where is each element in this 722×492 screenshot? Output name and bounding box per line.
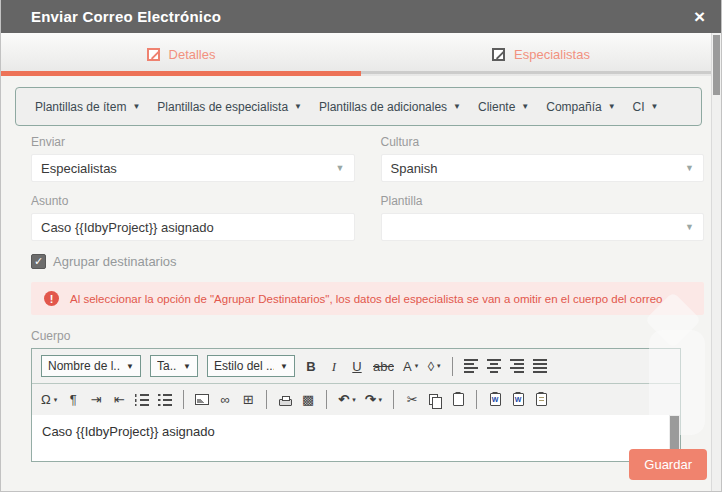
insert-paragraph-glyph: ¶ (70, 393, 77, 406)
undo-icon[interactable]: ↶▾ (338, 393, 355, 406)
plantilla-select[interactable]: ▼ (381, 213, 705, 241)
indent-glyph: ⇥ (91, 393, 102, 406)
special-character-icon[interactable]: Ω▾ (41, 393, 57, 406)
template-button-label: Compañía (546, 100, 601, 114)
chevron-down-icon: ▼ (280, 362, 288, 371)
template-button-plantillas-de-especialista[interactable]: Plantillas de especialista▼ (157, 100, 302, 114)
font-style-label: Estilo del ... (214, 359, 274, 373)
outdent-glyph: ⇤ (114, 393, 125, 406)
toolbar-separator (393, 390, 394, 409)
cut-icon[interactable]: ✂ (405, 393, 419, 406)
template-button-plantillas-de-adicionales[interactable]: Plantillas de adicionales▼ (319, 100, 461, 114)
bold-icon[interactable]: B (304, 360, 318, 373)
rich-text-editor: Nombre de l...▼Ta...▼Estilo del ...▼BIUa… (31, 348, 681, 462)
warning-banner: ! Al seleccionar la opción de "Agrupar D… (31, 282, 704, 315)
insert-table-icon[interactable]: ⊞ (241, 393, 255, 406)
chevron-down-icon: ▼ (183, 362, 191, 371)
paste-from-word-icon[interactable]: W (488, 393, 502, 406)
insert-image-icon[interactable] (195, 394, 209, 405)
paste-from-word-no-format-icon[interactable]: W (511, 393, 525, 406)
redo-icon[interactable]: ↷▾ (365, 393, 382, 406)
edit-icon (492, 48, 505, 61)
template-button-label: Plantillas de ítem (35, 100, 126, 114)
select-all-icon[interactable]: ▩ (301, 393, 315, 406)
editor-content-area[interactable]: Caso {{IdbyProject}} asignado (32, 415, 680, 461)
enviar-field: Enviar Especialistas ▼ (31, 133, 355, 182)
print-shape (279, 399, 292, 406)
template-button-plantillas-de-item[interactable]: Plantillas de ítem▼ (35, 100, 140, 114)
agrupar-label: Agrupar destinatarios (53, 254, 177, 269)
copy-icon[interactable] (428, 394, 442, 405)
templates-toolbar: Plantillas de ítem▼Plantillas de especia… (15, 87, 702, 126)
align-justify-shape (533, 359, 547, 373)
plantilla-field: Plantilla ▼ (381, 192, 705, 241)
font-color-icon[interactable]: A▾ (403, 360, 418, 373)
checkbox-checked-icon[interactable]: ✓ (31, 254, 46, 269)
font-name-dropdown[interactable]: Nombre de l...▼ (41, 355, 141, 377)
warning-icon: ! (44, 291, 59, 306)
tabstrip: Detalles Especialistas (1, 33, 721, 76)
paste-plain-text-icon[interactable] (534, 393, 548, 406)
plantilla-label: Plantilla (381, 194, 705, 208)
font-style-dropdown[interactable]: Estilo del ...▼ (207, 355, 295, 377)
tab-especialistas[interactable]: Especialistas (361, 33, 721, 76)
asunto-input[interactable] (31, 213, 355, 241)
font-size-dropdown[interactable]: Ta...▼ (150, 355, 198, 377)
special-character-glyph: Ω (41, 393, 51, 406)
cuerpo-label: Cuerpo (31, 329, 721, 343)
chevron-down-icon: ▼ (132, 102, 140, 111)
strikethrough-icon[interactable]: abc (373, 360, 394, 373)
asunto-label: Asunto (31, 194, 355, 208)
outdent-icon[interactable]: ⇤ (112, 393, 126, 406)
template-button-compania[interactable]: Compañía▼ (546, 100, 615, 114)
toolbar-separator (266, 390, 267, 409)
indent-icon[interactable]: ⇥ (89, 393, 103, 406)
template-button-cliente[interactable]: Cliente▼ (478, 100, 529, 114)
chevron-down-icon: ▼ (685, 163, 694, 173)
chevron-down-icon: ▾ (54, 396, 58, 404)
asunto-field: Asunto (31, 192, 355, 241)
insert-link-icon[interactable]: ∞ (218, 393, 232, 406)
underline-glyph: U (352, 360, 361, 373)
template-button-label: Cliente (478, 100, 515, 114)
paste-shape (453, 393, 464, 406)
close-icon[interactable]: × (692, 7, 707, 26)
modal-scrollbar-thumb[interactable] (713, 35, 720, 95)
highlight-color-icon[interactable]: ◊▾ (427, 360, 441, 373)
align-center-shape (487, 359, 501, 373)
chevron-down-icon: ▼ (126, 362, 134, 371)
paste-from-word-shape: W (490, 393, 501, 406)
font-color-glyph: A (403, 360, 412, 373)
align-left-icon[interactable] (464, 359, 478, 373)
paste-icon[interactable] (451, 393, 465, 406)
tab-detalles[interactable]: Detalles (1, 33, 361, 76)
tab-label: Especialistas (514, 47, 590, 62)
save-button[interactable]: Guardar (629, 449, 707, 480)
ordered-list-icon[interactable] (135, 394, 149, 406)
paste-plain-text-shape (536, 393, 547, 406)
insert-paragraph-icon[interactable]: ¶ (66, 393, 80, 406)
toolbar-separator (326, 390, 327, 409)
send-email-modal: Enviar Correo Electrónico × Detalles Esp… (0, 0, 722, 492)
template-button-ci[interactable]: CI▼ (633, 100, 659, 114)
unordered-list-icon[interactable] (158, 394, 172, 406)
print-icon[interactable] (278, 394, 292, 406)
italic-icon[interactable]: I (327, 360, 341, 373)
align-left-shape (464, 359, 478, 373)
cultura-select[interactable]: Spanish ▼ (381, 154, 705, 182)
copy-shape (429, 394, 438, 405)
underline-icon[interactable]: U (350, 360, 364, 373)
cultura-field: Cultura Spanish ▼ (381, 133, 705, 182)
highlight-color-glyph: ◊ (428, 360, 434, 373)
modal-scrollbar[interactable] (711, 33, 721, 491)
font-size-label: Ta... (157, 359, 177, 373)
agrupar-destinatarios-checkbox[interactable]: ✓ Agrupar destinatarios (31, 254, 704, 269)
enviar-select[interactable]: Especialistas ▼ (31, 154, 355, 182)
align-center-icon[interactable] (487, 359, 501, 373)
chevron-down-icon: ▾ (379, 396, 383, 404)
align-right-icon[interactable] (510, 359, 524, 373)
chevron-down-icon: ▼ (453, 102, 461, 111)
editor-content[interactable]: Caso {{IdbyProject}} asignado (32, 415, 680, 439)
template-button-label: Plantillas de adicionales (319, 100, 447, 114)
align-justify-icon[interactable] (533, 359, 547, 373)
